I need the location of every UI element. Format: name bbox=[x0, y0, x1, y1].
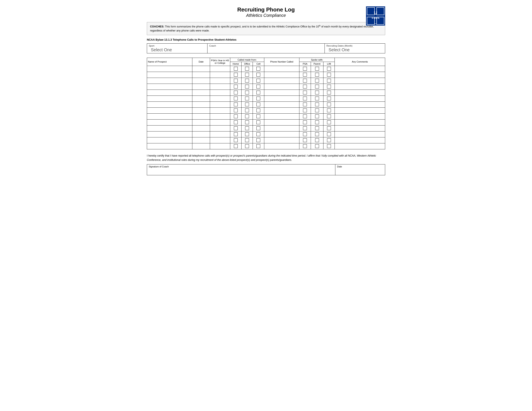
cell-checkbox[interactable] bbox=[256, 126, 260, 130]
cell-checkbox-cell[interactable] bbox=[253, 95, 264, 102]
parent-spoke-checkbox-cell[interactable] bbox=[311, 72, 323, 78]
sport-select[interactable]: Select One bbox=[149, 47, 206, 52]
lm-checkbox[interactable] bbox=[327, 103, 331, 106]
comments-cell[interactable] bbox=[335, 131, 385, 137]
psa-spoke-checkbox-cell[interactable] bbox=[299, 78, 311, 84]
cell-checkbox[interactable] bbox=[256, 67, 260, 71]
home-checkbox[interactable] bbox=[234, 126, 238, 130]
home-checkbox-cell[interactable] bbox=[230, 78, 241, 84]
cell-checkbox-cell[interactable] bbox=[253, 107, 264, 113]
phone-number-cell[interactable] bbox=[264, 90, 299, 95]
table-row[interactable] bbox=[147, 84, 385, 90]
prospect-name-cell[interactable] bbox=[147, 119, 192, 125]
home-checkbox[interactable] bbox=[234, 103, 238, 106]
home-checkbox-cell[interactable] bbox=[230, 102, 241, 107]
lm-checkbox[interactable] bbox=[327, 114, 331, 118]
home-checkbox-cell[interactable] bbox=[230, 113, 241, 119]
lm-checkbox[interactable] bbox=[327, 144, 331, 148]
table-row[interactable] bbox=[147, 102, 385, 107]
comments-cell[interactable] bbox=[335, 72, 385, 78]
home-checkbox-cell[interactable] bbox=[230, 143, 241, 149]
psa-spoke-checkbox[interactable] bbox=[303, 79, 307, 83]
parent-spoke-checkbox-cell[interactable] bbox=[311, 131, 323, 137]
comments-cell[interactable] bbox=[335, 137, 385, 143]
cell-checkbox[interactable] bbox=[256, 79, 260, 83]
parent-spoke-checkbox[interactable] bbox=[315, 144, 319, 148]
date-cell[interactable] bbox=[192, 84, 210, 90]
date-cell[interactable] bbox=[192, 125, 210, 131]
psa-year-cell[interactable] bbox=[210, 90, 230, 95]
lm-checkbox-cell[interactable] bbox=[323, 113, 334, 119]
parent-spoke-checkbox-cell[interactable] bbox=[311, 78, 323, 84]
psa-year-cell[interactable] bbox=[210, 137, 230, 143]
parent-spoke-checkbox[interactable] bbox=[315, 109, 319, 112]
psa-spoke-checkbox[interactable] bbox=[303, 91, 307, 94]
phone-number-cell[interactable] bbox=[264, 125, 299, 131]
office-checkbox-cell[interactable] bbox=[242, 66, 253, 72]
psa-spoke-checkbox-cell[interactable] bbox=[299, 137, 311, 143]
office-checkbox-cell[interactable] bbox=[242, 113, 253, 119]
phone-number-cell[interactable] bbox=[264, 95, 299, 102]
office-checkbox[interactable] bbox=[245, 67, 249, 71]
cell-checkbox-cell[interactable] bbox=[253, 78, 264, 84]
comments-cell[interactable] bbox=[335, 125, 385, 131]
phone-number-cell[interactable] bbox=[264, 84, 299, 90]
lm-checkbox-cell[interactable] bbox=[323, 90, 334, 95]
office-checkbox-cell[interactable] bbox=[242, 95, 253, 102]
parent-spoke-checkbox[interactable] bbox=[315, 103, 319, 106]
psa-spoke-checkbox-cell[interactable] bbox=[299, 143, 311, 149]
cell-checkbox[interactable] bbox=[256, 103, 260, 106]
psa-year-cell[interactable] bbox=[210, 119, 230, 125]
home-checkbox[interactable] bbox=[234, 132, 238, 136]
parent-spoke-checkbox[interactable] bbox=[315, 114, 319, 118]
parent-spoke-checkbox[interactable] bbox=[315, 85, 319, 88]
cell-checkbox-cell[interactable] bbox=[253, 131, 264, 137]
home-checkbox[interactable] bbox=[234, 79, 238, 83]
psa-spoke-checkbox[interactable] bbox=[303, 67, 307, 71]
parent-spoke-checkbox-cell[interactable] bbox=[311, 102, 323, 107]
sport-cell[interactable]: Sport Select One bbox=[147, 44, 208, 53]
prospect-name-cell[interactable] bbox=[147, 113, 192, 119]
parent-spoke-checkbox[interactable] bbox=[315, 73, 319, 77]
office-checkbox[interactable] bbox=[245, 79, 249, 83]
cell-checkbox[interactable] bbox=[256, 132, 260, 136]
cell-checkbox-cell[interactable] bbox=[253, 137, 264, 143]
psa-spoke-checkbox[interactable] bbox=[303, 73, 307, 77]
parent-spoke-checkbox[interactable] bbox=[315, 97, 319, 100]
psa-year-cell[interactable] bbox=[210, 107, 230, 113]
home-checkbox[interactable] bbox=[234, 144, 238, 148]
cell-checkbox-cell[interactable] bbox=[253, 102, 264, 107]
lm-checkbox-cell[interactable] bbox=[323, 102, 334, 107]
comments-cell[interactable] bbox=[335, 119, 385, 125]
lm-checkbox-cell[interactable] bbox=[323, 78, 334, 84]
parent-spoke-checkbox[interactable] bbox=[315, 91, 319, 94]
cell-checkbox-cell[interactable] bbox=[253, 143, 264, 149]
date-cell[interactable] bbox=[192, 113, 210, 119]
office-checkbox-cell[interactable] bbox=[242, 102, 253, 107]
home-checkbox-cell[interactable] bbox=[230, 131, 241, 137]
home-checkbox-cell[interactable] bbox=[230, 90, 241, 95]
office-checkbox-cell[interactable] bbox=[242, 78, 253, 84]
parent-spoke-checkbox-cell[interactable] bbox=[311, 119, 323, 125]
office-checkbox-cell[interactable] bbox=[242, 84, 253, 90]
home-checkbox[interactable] bbox=[234, 138, 238, 142]
prospect-name-cell[interactable] bbox=[147, 90, 192, 95]
psa-spoke-checkbox-cell[interactable] bbox=[299, 119, 311, 125]
parent-spoke-checkbox[interactable] bbox=[315, 138, 319, 142]
psa-spoke-checkbox[interactable] bbox=[303, 114, 307, 118]
table-row[interactable] bbox=[147, 72, 385, 78]
prospect-name-cell[interactable] bbox=[147, 107, 192, 113]
psa-year-cell[interactable] bbox=[210, 102, 230, 107]
parent-spoke-checkbox-cell[interactable] bbox=[311, 143, 323, 149]
phone-number-cell[interactable] bbox=[264, 119, 299, 125]
table-row[interactable] bbox=[147, 119, 385, 125]
lm-checkbox-cell[interactable] bbox=[323, 125, 334, 131]
cell-checkbox[interactable] bbox=[256, 121, 260, 124]
psa-year-cell[interactable] bbox=[210, 131, 230, 137]
dates-select[interactable]: Select One bbox=[326, 47, 383, 52]
cell-checkbox-cell[interactable] bbox=[253, 125, 264, 131]
lm-checkbox[interactable] bbox=[327, 132, 331, 136]
date-cell[interactable] bbox=[192, 137, 210, 143]
psa-spoke-checkbox[interactable] bbox=[303, 121, 307, 124]
psa-year-cell[interactable] bbox=[210, 125, 230, 131]
